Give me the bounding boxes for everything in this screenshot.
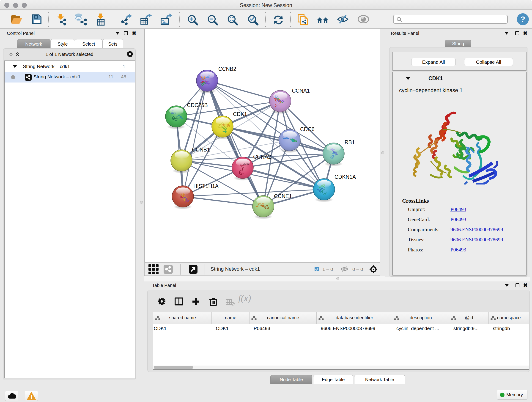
svg-text:CCNA1: CCNA1 <box>292 88 310 94</box>
svg-text:CCNA2: CCNA2 <box>253 154 271 160</box>
svg-text:CDKN1A: CDKN1A <box>335 174 356 180</box>
svg-text:HIST1H1A: HIST1H1A <box>193 183 219 189</box>
svg-text:CDK1: CDK1 <box>233 111 247 117</box>
svg-text:CCNB2: CCNB2 <box>218 66 236 72</box>
svg-text:?: ? <box>520 15 525 23</box>
svg-text:RB1: RB1 <box>345 139 355 145</box>
svg-text:CCNE1: CCNE1 <box>274 193 292 199</box>
svg-text:CDC25B: CDC25B <box>187 102 208 108</box>
svg-text:CDC6: CDC6 <box>300 126 315 132</box>
svg-text:CCNB1: CCNB1 <box>192 147 210 153</box>
